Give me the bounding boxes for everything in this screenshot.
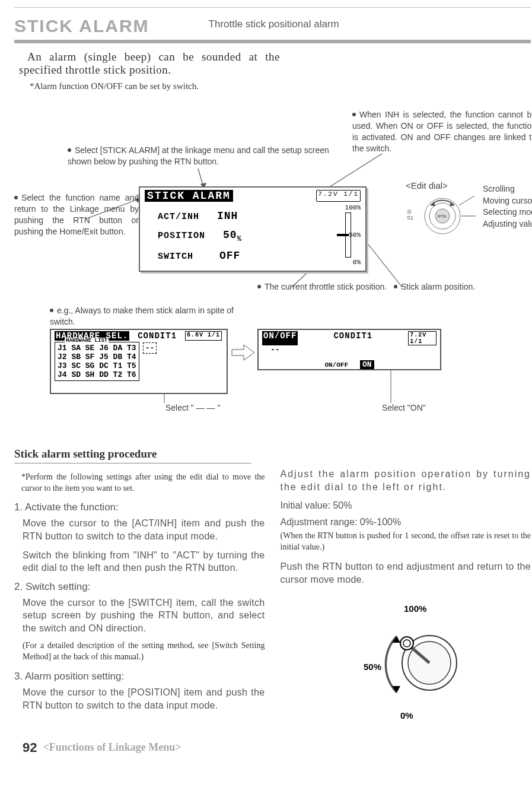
lcd-main-title: STICK ALARM — [145, 190, 233, 202]
dial-scrolling: Scrolling — [483, 183, 532, 195]
lcd-onoff: ON/OFF CONDIT1 7.2V 1/1 -- ON/OFFON — [257, 329, 441, 370]
step1-body2: Switch the blinking from "INH" to "ACT" … — [23, 549, 265, 574]
lcd-hardware: HARDWARE SEL. CONDIT1 6.6V 1/1 J1 SA SE … — [50, 329, 228, 394]
step2-body1: Move the cursor to the [SWITCH] item, ca… — [23, 596, 265, 635]
intro-text: An alarm (single beep) can be sounded at… — [19, 50, 280, 77]
on-dash: -- — [262, 345, 437, 354]
stick-diagram: 100% 50% 0% — [281, 604, 531, 726]
callout-select-menu: Select [STICK ALARM] at the linkage menu… — [68, 145, 346, 167]
page-number: 92 — [23, 740, 37, 755]
lcd-row2-val: 50% — [223, 229, 242, 241]
intro-note: *Alarm function ON/OFF can be set by swi… — [30, 81, 531, 91]
step3-body1: Move the cursor to the [POSITION] item a… — [23, 686, 265, 712]
right-note: (When the RTN button is pushed for 1 sec… — [281, 531, 531, 553]
hw-list: J1 SA SE J6 DA T3 J2 SB SF J5 DB T4 J3 S… — [55, 342, 139, 381]
lcd-row1-label: ACT/INH — [158, 212, 199, 222]
stick-50: 50% — [364, 662, 381, 672]
footer-section: <Functions of Linkage Menu> — [43, 741, 181, 754]
step3-heading: 3. Alarm position setting: — [14, 670, 265, 684]
procedure-heading: Stick alarm setting procedure — [14, 446, 251, 463]
callout-inh: When INH is selected, the function canno… — [352, 109, 532, 154]
right-column: Adjust the alarm position operation by t… — [281, 446, 531, 726]
on-cond: CONDIT1 — [333, 331, 372, 345]
dial-b3: Adjusting value — [483, 219, 532, 228]
note-select-on: Select "ON" — [382, 403, 426, 412]
dial-b1: Moving cursor — [483, 196, 532, 205]
svg-line-0 — [198, 169, 204, 189]
svg-point-28 — [403, 640, 410, 647]
lcd-main: STICK ALARM 7.2V 1/1 ACT/INHINH POSITION… — [139, 186, 367, 272]
callout-return: Select the function name and return to t… — [14, 192, 139, 237]
edit-dial-label: <Edit dial> — [406, 180, 448, 190]
lcd-row3-val: OFF — [219, 250, 240, 262]
hw-dash: -- — [143, 342, 157, 354]
left-column: Stick alarm setting procedure *Perform t… — [14, 446, 265, 726]
lcd-row2-label: POSITION — [158, 231, 205, 241]
on-title: ON/OFF — [262, 331, 298, 345]
on-batt: 7.2V 1/1 — [408, 331, 437, 345]
scale-0: 0% — [353, 259, 361, 266]
svg-text:RTN: RTN — [438, 214, 446, 218]
lcd-batt: 7.2V 1/1 — [316, 190, 361, 202]
page-subtitle: Throttle stick positional alarm — [209, 18, 339, 30]
lcd-row1-val: INH — [217, 210, 238, 222]
stick-100: 100% — [404, 604, 426, 614]
right-t4: Push the RTN button to end adjustment an… — [281, 560, 531, 586]
arrow-icon — [231, 344, 256, 364]
right-t3: Adjustment range: 0%-100% — [281, 516, 531, 529]
page-title: STICK ALARM — [14, 16, 149, 36]
right-t2: Initial value: 50% — [281, 499, 531, 512]
callout-stick-pos: Stick alarm position. — [394, 281, 512, 293]
callout-always: e.g., Always to make them stick alarm in… — [50, 305, 246, 328]
edit-dial: <Edit dial> ◎ S1 RTN Scrolling Moving cu… — [406, 186, 477, 249]
svg-text:◎: ◎ — [407, 208, 412, 214]
lcd-row3-label: SWITCH — [158, 252, 193, 262]
stick-0: 0% — [400, 710, 413, 720]
note-select-dashes: Select " — — " — [165, 403, 220, 412]
step2-note: (For a detailed description of the setti… — [23, 640, 265, 663]
step1-heading: 1. Activate the function: — [14, 501, 265, 515]
hw-cond: CONDIT1 — [138, 331, 177, 341]
procedure-prenote: *Perform the following settings after us… — [21, 472, 265, 494]
step1-body1: Move the cursor to the [ACT/INH] item an… — [23, 517, 265, 542]
hw-batt: 6.6V 1/1 — [185, 331, 222, 341]
scale-100: 100% — [345, 204, 361, 211]
diagram-zone: Select [STICK ALARM] at the linkage menu… — [14, 109, 531, 442]
on-label: ON/OFF — [324, 361, 348, 369]
on-val: ON — [360, 360, 374, 369]
step2-heading: 2. Switch setting: — [14, 580, 265, 594]
svg-line-22 — [459, 196, 474, 205]
svg-text:S1: S1 — [407, 215, 413, 221]
dial-b2: Selecting mode — [483, 207, 532, 217]
callout-current-pos: The current throttle stick position. — [257, 281, 388, 293]
right-t1: Adjust the alarm position operation by t… — [281, 468, 531, 493]
